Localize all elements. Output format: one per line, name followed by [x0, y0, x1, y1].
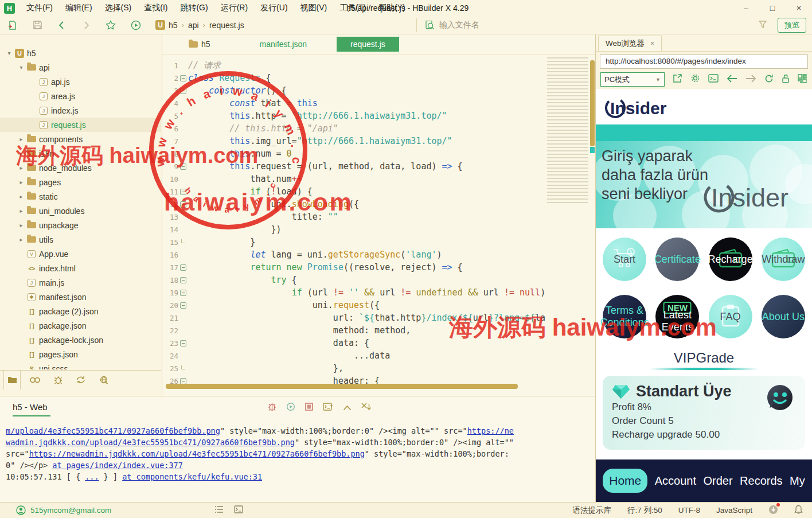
fold-collapse-icon[interactable]: −: [180, 75, 186, 81]
account-email[interactable]: 515ymcom@gmail.com: [30, 506, 111, 515]
tree-item-package-lock-json[interactable]: [ ]package-lock.json: [0, 333, 161, 347]
file-search-box[interactable]: 输入文件名: [416, 18, 758, 32]
menu-item[interactable]: 选择(S): [99, 3, 138, 13]
outline-list-icon[interactable]: [214, 505, 224, 515]
fold-marker-icon[interactable]: −: [178, 264, 188, 271]
minimize-button[interactable]: –: [733, 0, 759, 16]
chevron-down-icon[interactable]: ▾: [5, 50, 14, 56]
forward-icon[interactable]: [81, 21, 91, 30]
fold-marker-icon[interactable]: −: [178, 378, 188, 384]
shortcut-faq[interactable]: FAQ: [709, 295, 752, 338]
fold-collapse-icon[interactable]: −: [180, 340, 186, 346]
tree-item-area-js[interactable]: Jarea.js: [0, 89, 161, 103]
fold-marker-icon[interactable]: −: [178, 340, 188, 346]
encoding[interactable]: UTF-8: [678, 506, 700, 515]
tree-item-pages-json[interactable]: [ ]pages.json: [0, 347, 161, 361]
tree-item-pages[interactable]: ▸pages: [0, 175, 161, 189]
fold-collapse-icon[interactable]: −: [180, 290, 186, 296]
tree-item-i18n[interactable]: ▸i18n: [0, 146, 161, 161]
tree-item-uni-scss[interactable]: Suni.scss: [0, 361, 161, 369]
console-link[interactable]: at pages/index/index.vue:377: [52, 461, 183, 470]
language-mode[interactable]: JavaScript: [716, 506, 752, 515]
tree-item-index-js[interactable]: Jindex.js: [0, 103, 161, 118]
tree-item-node-modules[interactable]: ▸node_modules: [0, 161, 161, 175]
breadcrumb-item[interactable]: request.js: [209, 21, 244, 30]
forward-icon[interactable]: [745, 75, 756, 85]
chevron-right-icon[interactable]: ▸: [17, 236, 26, 243]
search-view-icon[interactable]: [26, 376, 44, 384]
close-button[interactable]: ×: [786, 0, 812, 16]
fold-collapse-icon[interactable]: −: [180, 163, 186, 170]
close-tab-icon[interactable]: ×: [650, 40, 654, 48]
tree-item-package-json[interactable]: [ ]package.json: [0, 318, 161, 333]
console-link[interactable]: at components/kefu/kefu.vue:31: [122, 472, 262, 481]
tree-item-utils[interactable]: ▸utils: [0, 232, 161, 247]
tree-item-unpackage[interactable]: ▸unpackage: [0, 218, 161, 232]
save-icon[interactable]: [33, 20, 42, 30]
fold-collapse-icon[interactable]: −: [180, 302, 186, 309]
refresh-icon[interactable]: [764, 74, 774, 85]
breadcrumb-item[interactable]: api: [188, 21, 199, 30]
tree-item-package--2--json[interactable]: [ ]package (2).json: [0, 304, 161, 318]
console-tab[interactable]: h5 - Web: [13, 402, 48, 412]
restart-icon[interactable]: [286, 402, 295, 414]
debug-view-icon[interactable]: [49, 376, 67, 384]
files-view-icon[interactable]: [3, 371, 21, 390]
chevron-down-icon[interactable]: ▾: [17, 64, 26, 71]
tree-item-uni-modules[interactable]: ▸uni_modules: [0, 204, 161, 218]
tree-item-static[interactable]: ▸static: [0, 189, 161, 204]
shortcut-recharge[interactable]: Recharge: [709, 237, 752, 281]
fold-marker-icon[interactable]: −: [178, 75, 188, 81]
new-file-icon[interactable]: [7, 20, 18, 30]
menu-item[interactable]: 运行(R): [214, 3, 254, 13]
nav-item-account[interactable]: Account: [655, 474, 696, 488]
update-icon[interactable]: [768, 505, 778, 516]
nav-item-records[interactable]: Records: [740, 474, 782, 488]
debug-bug-icon[interactable]: [268, 402, 276, 414]
menu-item[interactable]: 跳转(G): [174, 3, 214, 13]
console-log[interactable]: m/upload/4e3fec55951bc471/0927a660f6bef9…: [6, 425, 592, 482]
run-icon[interactable]: [131, 20, 141, 30]
menu-item[interactable]: 视图(V): [294, 3, 334, 13]
console-link[interactable]: wadmin.jqdkkk.com/upload/4e3fec55951bc47…: [6, 438, 295, 447]
tree-item-manifest-json[interactable]: ✱manifest.json: [0, 290, 161, 304]
fold-marker-icon[interactable]: −: [178, 88, 188, 94]
preview-button[interactable]: 预览: [778, 18, 806, 33]
address-bar[interactable]: http://localhost:8080/#/pages/index/inde…: [600, 54, 808, 69]
chevron-right-icon[interactable]: ▸: [17, 208, 26, 214]
menu-item[interactable]: 发行(U): [254, 3, 294, 13]
terminal-icon[interactable]: [234, 505, 243, 515]
editor-tab-manifest-json[interactable]: manifest.json: [260, 40, 307, 49]
tree-item-main-js[interactable]: Jmain.js: [0, 275, 161, 290]
horizontal-scrollbar[interactable]: [166, 384, 518, 389]
menu-item[interactable]: 查找(I): [138, 3, 174, 13]
fold-marker-icon[interactable]: −: [178, 302, 188, 309]
console-link[interactable]: https://ne: [467, 426, 514, 435]
customer-service-icon[interactable]: [763, 383, 796, 416]
shortcut-start[interactable]: Start: [603, 237, 646, 281]
editor-tab-request-js[interactable]: request.js: [337, 37, 399, 52]
device-mode-select[interactable]: PC模式 ▼: [600, 72, 665, 87]
fold-marker-icon[interactable]: −: [178, 163, 188, 170]
tree-item-index-html[interactable]: <>index.html: [0, 261, 161, 275]
open-external-icon[interactable]: [673, 73, 682, 85]
tree-item-request-js[interactable]: Jrequest.js: [0, 118, 161, 132]
nav-item-my[interactable]: My: [790, 474, 805, 488]
chevron-right-icon[interactable]: ▸: [17, 150, 26, 157]
chevron-right-icon[interactable]: ▸: [17, 193, 26, 200]
syntax-library[interactable]: 语法提示库: [572, 505, 611, 516]
editor-tab-h5[interactable]: h5: [189, 40, 210, 49]
tree-item-h5[interactable]: ▾Uh5: [0, 46, 161, 60]
cursor-position[interactable]: 行:7 列:50: [627, 505, 662, 516]
network-view-icon[interactable]: [95, 376, 112, 384]
chevron-right-icon[interactable]: ▸: [17, 222, 26, 228]
sync-view-icon[interactable]: [72, 376, 89, 384]
hero-banner[interactable]: Giriş yaparak daha fazla ürün seni bekli…: [596, 141, 812, 228]
shortcut-certificate[interactable]: Certificate: [655, 237, 699, 281]
tree-item-app-vue[interactable]: VApp.vue: [0, 247, 161, 261]
back-icon[interactable]: [57, 21, 67, 30]
stop-icon[interactable]: [305, 403, 313, 413]
shortcut-withdraw[interactable]: Withdraw: [762, 237, 805, 281]
bell-icon[interactable]: [794, 505, 803, 516]
fold-marker-icon[interactable]: −: [178, 189, 188, 195]
